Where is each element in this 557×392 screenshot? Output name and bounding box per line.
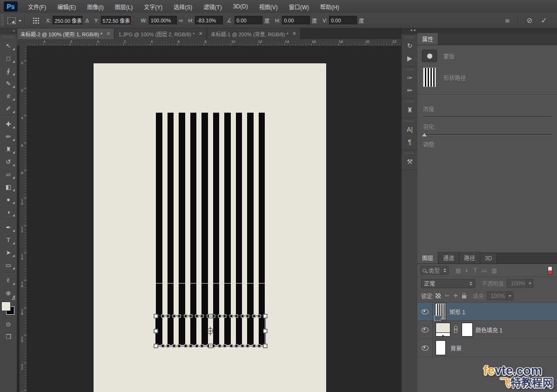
path-anchor-point[interactable]: [166, 315, 169, 318]
x-input[interactable]: 250.00 像素: [53, 16, 82, 25]
lasso-tool[interactable]: ∮: [0, 65, 17, 77]
clone-stamp-tool[interactable]: ♜: [0, 143, 17, 155]
options-gripper[interactable]: [1, 14, 4, 27]
path-anchor-point[interactable]: [235, 315, 238, 318]
fill-layer-thumbnail[interactable]: [436, 323, 450, 337]
relative-position-button[interactable]: Δ: [85, 18, 88, 23]
clone-source-icon[interactable]: ♜: [402, 103, 418, 116]
lock-pixels-icon[interactable]: ✏: [445, 293, 449, 299]
transform-handle-center[interactable]: [208, 314, 213, 318]
layer-mask-thumbnail[interactable]: [462, 323, 473, 337]
visibility-cell[interactable]: [417, 339, 433, 357]
eye-icon[interactable]: [422, 345, 429, 351]
path-anchor-point[interactable]: [161, 345, 164, 348]
lock-transparency-icon[interactable]: [436, 293, 441, 298]
brush-panel-icon[interactable]: ✏: [402, 84, 418, 96]
path-anchor-point[interactable]: [189, 345, 192, 348]
background-layer-thumbnail[interactable]: [436, 340, 446, 355]
move-tool[interactable]: ↖: [0, 40, 17, 52]
paragraph-icon[interactable]: ¶: [402, 135, 418, 148]
toolbar-collapse-chevron[interactable]: »: [0, 28, 17, 34]
tab-通道[interactable]: 通道: [438, 252, 459, 264]
path-anchor-point[interactable]: [201, 345, 204, 348]
eraser-tool[interactable]: ▱: [0, 168, 17, 181]
blend-mode-dropdown[interactable]: 正常: [421, 279, 475, 288]
layer-row-color-fill-1[interactable]: 颜色填充 1: [417, 321, 557, 339]
layer-name[interactable]: 颜色填充 1: [476, 326, 503, 334]
path-anchor-point[interactable]: [161, 315, 164, 318]
ruler-origin-corner[interactable]: [17, 39, 27, 46]
pen-tool[interactable]: ✒: [0, 221, 17, 234]
path-selection-tool[interactable]: ➤: [0, 246, 17, 259]
marquee-tool[interactable]: □: [0, 52, 17, 65]
filter-smartobject-icon[interactable]: ▥: [491, 267, 497, 274]
y-input[interactable]: 572.50 像素: [101, 16, 131, 25]
tool-preset-picker[interactable]: [7, 16, 21, 25]
transform-reference-point[interactable]: [208, 328, 214, 334]
path-anchor-point[interactable]: [184, 345, 187, 348]
actions-icon[interactable]: ▶: [402, 52, 418, 64]
h-skew-input[interactable]: 0.00: [282, 16, 310, 25]
toolbar-gripper[interactable]: [4, 36, 13, 38]
hand-tool[interactable]: ✌: [0, 274, 17, 287]
transform-handle[interactable]: [154, 344, 158, 348]
commit-transform-button[interactable]: ✓: [541, 16, 547, 25]
reference-point-locator[interactable]: [33, 17, 40, 24]
path-anchor-point[interactable]: [195, 315, 199, 318]
path-anchor-point[interactable]: [173, 315, 176, 318]
path-anchor-point[interactable]: [252, 345, 255, 348]
document-tab-2[interactable]: 未标题-1 @ 200% (背景, RGB/8) *✕: [207, 28, 301, 39]
screen-mode-button[interactable]: ❐: [0, 331, 17, 343]
path-anchor-point[interactable]: [235, 345, 238, 348]
canvas-pasteboard[interactable]: [27, 46, 401, 392]
filter-toggle-switch[interactable]: [548, 266, 552, 275]
fill-dropdown-button[interactable]: [507, 291, 513, 300]
path-anchor-point[interactable]: [218, 345, 221, 348]
transform-bounding-box[interactable]: [155, 316, 266, 346]
eye-icon[interactable]: [422, 309, 429, 314]
layer-name[interactable]: 矩形 1: [450, 308, 465, 316]
close-icon[interactable]: ✕: [106, 31, 110, 37]
lock-all-icon[interactable]: [462, 295, 466, 298]
tab-图层[interactable]: 图层: [417, 252, 438, 264]
visibility-cell[interactable]: [417, 303, 433, 320]
path-anchor-point[interactable]: [257, 315, 261, 318]
height-input[interactable]: -83.10%: [195, 16, 223, 25]
transform-handle[interactable]: [154, 314, 158, 318]
swap-colors-icon[interactable]: ⇄: [12, 297, 15, 301]
filter-adjustment-icon[interactable]: ◐: [465, 267, 469, 274]
path-anchor-point[interactable]: [246, 345, 249, 348]
menu-item-image[interactable]: 图像(I): [81, 0, 109, 13]
path-anchor-point[interactable]: [184, 315, 187, 318]
shape-layer-thumbnail[interactable]: [436, 304, 446, 319]
tool-presets-icon[interactable]: ⚒: [402, 155, 418, 168]
path-anchor-point[interactable]: [246, 315, 249, 318]
link-dimensions-icon[interactable]: ∞: [179, 17, 183, 24]
tab-properties[interactable]: 属性: [417, 33, 438, 45]
filter-shape-icon[interactable]: ▭: [482, 267, 487, 274]
type-tool[interactable]: T: [0, 234, 17, 246]
path-anchor-point[interactable]: [252, 315, 255, 318]
character-icon[interactable]: A|: [402, 123, 418, 135]
transform-handle[interactable]: [263, 329, 268, 333]
filter-pixel-icon[interactable]: ▤: [456, 267, 461, 274]
path-anchor-point[interactable]: [223, 315, 227, 318]
shape-path-thumbnail[interactable]: [423, 68, 436, 87]
transform-handle[interactable]: [154, 329, 158, 333]
path-anchor-point[interactable]: [201, 315, 204, 318]
document-tab-1[interactable]: 1.JPG @ 100% (图层 2, RGB/8) *✕: [114, 28, 207, 39]
foreground-color-swatch[interactable]: [2, 302, 10, 311]
transform-handle-center[interactable]: [208, 344, 213, 348]
tab-路径[interactable]: 路径: [459, 252, 480, 264]
layer-name[interactable]: 背景: [450, 344, 462, 352]
history-icon[interactable]: ↻: [402, 39, 418, 52]
menu-item-window[interactable]: 窗口(W): [283, 0, 315, 13]
path-anchor-point[interactable]: [178, 345, 181, 348]
gradient-tool[interactable]: ◧: [0, 181, 17, 193]
v-skew-input[interactable]: 0.00: [329, 16, 357, 25]
path-anchor-point[interactable]: [195, 345, 199, 348]
filter-type-icon[interactable]: T: [474, 267, 477, 274]
path-anchor-point[interactable]: [229, 315, 233, 318]
layer-row-background[interactable]: 背景: [417, 339, 557, 357]
menu-item-edit[interactable]: 编辑(E): [52, 0, 81, 13]
